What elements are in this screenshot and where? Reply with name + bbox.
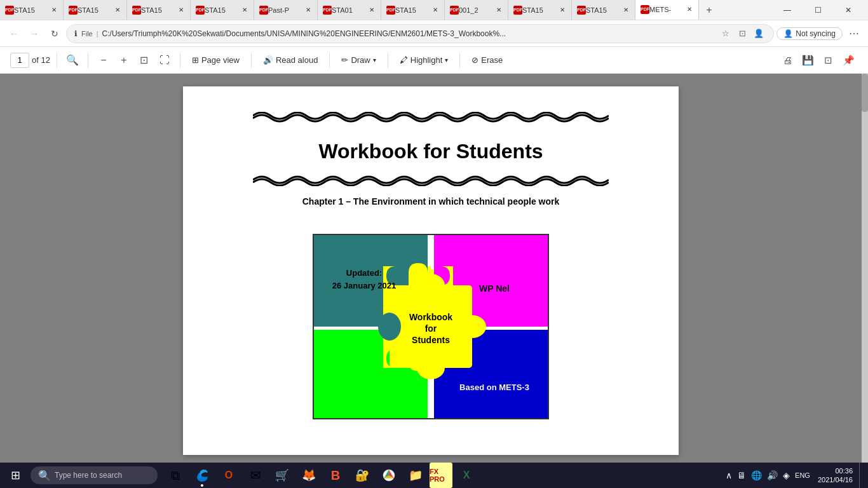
- taskbar-excel[interactable]: X: [454, 463, 479, 488]
- forward-button[interactable]: →: [25, 25, 43, 43]
- address-bar: ← → ↻ ℹ File | C:/Users/Triumph%20K%20Se…: [0, 20, 868, 47]
- refresh-button[interactable]: ↻: [46, 25, 64, 43]
- pdf-icon-tab1: PDF: [5, 6, 14, 15]
- profile-icon-small: 👤: [783, 29, 793, 38]
- profile-icon[interactable]: 👤: [752, 27, 766, 41]
- tab-4[interactable]: PDF STA15 ✕: [191, 0, 254, 20]
- read-aloud-button[interactable]: 🔊 Read aloud: [258, 53, 323, 67]
- zoom-in-button[interactable]: +: [115, 51, 133, 69]
- tab-3[interactable]: PDF STA15 ✕: [127, 0, 191, 20]
- tab-label-2: STA15: [78, 6, 111, 14]
- erase-button[interactable]: ⊘ Erase: [466, 53, 508, 67]
- search-pdf-button[interactable]: 🔍: [64, 51, 81, 69]
- file-label: File: [81, 30, 93, 37]
- tab-7[interactable]: PDF STA15 ✕: [381, 0, 445, 20]
- pdf-subtitle: Chapter 1 – The Environment in which tec…: [302, 196, 560, 207]
- tab-2[interactable]: PDF STA15 ✕: [64, 0, 127, 20]
- taskbar-outlook[interactable]: ✉: [243, 463, 268, 488]
- close-button[interactable]: ✕: [834, 0, 863, 20]
- pdf-scroll-area[interactable]: Workbook for Students Chapter 1 – The En…: [0, 74, 862, 463]
- taskbar-search[interactable]: 🔍 Type here to search: [31, 466, 158, 484]
- taskbar-office[interactable]: O: [216, 463, 241, 488]
- tab-close-6[interactable]: ✕: [368, 5, 376, 15]
- fit-page-button[interactable]: ⊡: [135, 51, 153, 69]
- zoom-out-button[interactable]: −: [95, 51, 112, 69]
- svg-point-6: [417, 274, 445, 297]
- pdf-toolbar: of 12 🔍 − + ⊡ ⛶ ⊞ Page view 🔊 Read aloud…: [0, 47, 868, 74]
- tab-close-7[interactable]: ✕: [431, 5, 439, 15]
- highlight-button[interactable]: 🖍 Highlight ▾: [395, 53, 454, 67]
- tab-close-1[interactable]: ✕: [50, 5, 58, 15]
- svg-text:Students: Students: [412, 335, 450, 345]
- tab-close-2[interactable]: ✕: [114, 5, 121, 15]
- pdf-icon-tab10: PDF: [577, 6, 586, 15]
- collections-icon[interactable]: ⊡: [735, 27, 749, 41]
- minimize-button[interactable]: —: [773, 0, 802, 20]
- tab-8[interactable]: PDF 001_2 ✕: [445, 0, 508, 20]
- maximize-button[interactable]: ☐: [803, 0, 832, 20]
- taskbar-firefox[interactable]: 🦊: [296, 463, 322, 488]
- scrollbar-thumb[interactable]: [862, 74, 868, 112]
- tab-close-11[interactable]: ✕: [686, 4, 693, 14]
- tab-close-8[interactable]: ✕: [495, 5, 503, 15]
- svg-text:Based on METS-3: Based on METS-3: [459, 383, 529, 392]
- taskbar-apps: ⧉ O ✉ 🛒 🦊 B 🔐 📁 FX PRO X: [163, 463, 479, 488]
- draw-caret-icon: ▾: [373, 57, 376, 64]
- info-icon: ℹ: [74, 29, 78, 38]
- tab-9[interactable]: PDF STA15 ✕: [508, 0, 572, 20]
- vertical-scrollbar[interactable]: [862, 74, 868, 463]
- tray-chevron-icon[interactable]: ∧: [724, 470, 733, 480]
- tab-close-3[interactable]: ✕: [177, 5, 185, 15]
- tab-6[interactable]: PDF STA01 ✕: [318, 0, 381, 20]
- taskbar-store[interactable]: 🛒: [269, 463, 295, 488]
- fullscreen-button[interactable]: ⛶: [156, 51, 173, 69]
- bookmark-icon[interactable]: ☆: [719, 27, 733, 41]
- page-number-input[interactable]: [10, 53, 29, 68]
- taskbar-files[interactable]: 📁: [403, 463, 428, 488]
- back-button[interactable]: ←: [5, 25, 23, 43]
- tray-network-icon[interactable]: 🌐: [750, 470, 763, 480]
- time-display[interactable]: 00:36 2021/04/16: [814, 466, 857, 485]
- tray-dropbox-icon[interactable]: ◈: [782, 470, 791, 480]
- browser-menu-button[interactable]: ⋯: [845, 25, 863, 43]
- tray-volume-icon[interactable]: 🔊: [766, 470, 779, 480]
- profile-sync-button[interactable]: 👤 Not syncing: [776, 27, 843, 40]
- tab-label-11: METS-: [649, 6, 683, 13]
- tab-close-5[interactable]: ✕: [304, 5, 312, 15]
- more-tools-button[interactable]: ⊡: [818, 51, 837, 70]
- tab-5[interactable]: PDF Past-P ✕: [254, 0, 318, 20]
- toolbar-separator-5: [329, 53, 330, 68]
- tab-close-9[interactable]: ✕: [559, 5, 566, 15]
- tab-close-4[interactable]: ✕: [241, 5, 248, 15]
- new-tab-button[interactable]: +: [699, 0, 719, 20]
- clock-date: 2021/04/16: [818, 475, 853, 484]
- pin-button[interactable]: 📌: [839, 51, 858, 70]
- taskbar-edge[interactable]: [189, 463, 215, 488]
- taskbar-chrome[interactable]: [376, 463, 402, 488]
- tab-1[interactable]: PDF STA15 ✕: [0, 0, 64, 20]
- draw-icon: ✏: [341, 55, 348, 65]
- tab-close-10[interactable]: ✕: [622, 5, 630, 15]
- puzzle-image: Updated: 26 January 2021 WP Nel Workbook…: [307, 228, 555, 425]
- start-button[interactable]: ⊞: [0, 463, 31, 488]
- profile-label: Not syncing: [796, 29, 836, 38]
- taskbar-task-view[interactable]: ⧉: [163, 463, 188, 488]
- address-field[interactable]: ℹ File | C:/Users/Triumph%20K%20Sekwati/…: [66, 24, 774, 43]
- tab-label-6: STA01: [332, 6, 365, 14]
- print-button[interactable]: 🖨: [778, 51, 797, 70]
- tray-language[interactable]: ENG: [794, 471, 811, 479]
- highlight-icon: 🖍: [400, 55, 408, 65]
- erase-label: Erase: [481, 55, 503, 65]
- pdf-icon-tab2: PDF: [69, 6, 78, 15]
- taskbar-fxpro[interactable]: FX PRO: [430, 463, 452, 488]
- tab-10[interactable]: PDF STA15 ✕: [572, 0, 635, 20]
- tray-monitor-icon[interactable]: 🖥: [736, 470, 747, 480]
- tab-11[interactable]: PDF METS- ✕: [635, 0, 699, 20]
- page-view-button[interactable]: ⊞ Page view: [187, 53, 245, 67]
- taskbar-vpn[interactable]: 🔐: [349, 463, 375, 488]
- save-button[interactable]: 💾: [798, 51, 817, 70]
- tab-label-4: STA15: [205, 6, 238, 14]
- draw-button[interactable]: ✏ Draw ▾: [336, 53, 381, 67]
- taskbar-brave[interactable]: B: [323, 463, 348, 488]
- show-desktop-button[interactable]: [859, 463, 863, 488]
